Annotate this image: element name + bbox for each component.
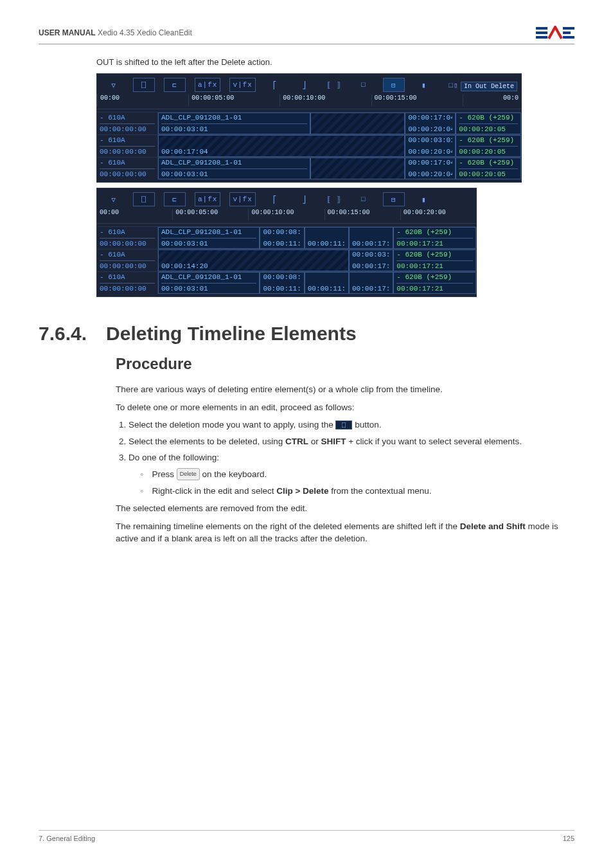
section-number: 7.6.4. — [39, 323, 87, 345]
toolbar-btn[interactable]: ⊏ — [164, 78, 186, 92]
svg-rect-5 — [563, 36, 574, 39]
toolbar-btn[interactable]: ⎦ — [294, 193, 315, 206]
paragraph: The selected elements are removed from t… — [116, 502, 574, 515]
audio-track: - 610A 00:00:00:00 ADL_CLP_091208_1-01 0… — [97, 271, 476, 294]
toolbar-btn[interactable]: ▮ — [414, 193, 434, 206]
clip-segment-out[interactable]: - 620B (+259) 00:00:20:05 — [456, 113, 521, 134]
clip-segment[interactable]: 00:00:17:20 — [349, 272, 393, 294]
svg-rect-0 — [536, 27, 547, 30]
ruler-tick: 00:0 — [463, 95, 521, 106]
section-heading: 7.6.4. Deleting Timeline Elements — [39, 323, 574, 345]
step-item: Do one of the following: Press Delete on… — [129, 451, 574, 497]
gap-segment — [310, 113, 405, 134]
clip-label: - 610A — [100, 251, 155, 258]
clip-segment[interactable]: 00:00:08:17 00:00:11:17 — [260, 227, 304, 249]
toolbar-btn[interactable]: a|fx — [195, 78, 220, 92]
clip-tc: 00:00:00:00 — [100, 262, 155, 270]
product-name: Xedio 4.35 — [98, 28, 134, 37]
clip-label: - 610A — [100, 136, 155, 144]
svg-rect-1 — [536, 32, 547, 34]
ruler-tick: 00:00:05:00 — [188, 95, 280, 106]
toolbar-btn[interactable]: ▽ — [103, 78, 124, 91]
toolbar-btn[interactable]: ⊟ — [383, 192, 405, 206]
clip-segment-out[interactable]: - 620B (+259) 00:00:17:21 — [393, 249, 476, 271]
ruler-tick: 00:00:15:00 — [371, 95, 463, 106]
manual-label: USER MANUAL — [39, 28, 96, 37]
step-item: Select the elements to be deleted, using… — [129, 435, 574, 448]
ruler-tick: 00:00:05:00 — [172, 209, 248, 221]
clip-segment[interactable]: 00:00:03:01 00:00:20:04 — [405, 135, 456, 157]
audio-track: - 610A 00:00:00:00 ADL_CLP_091208_1-01 0… — [97, 157, 521, 179]
page-header: USER MANUAL Xedio 4.35 Xedio CleanEdit — [39, 26, 574, 44]
toolbar-btn[interactable]: ⎡ — [265, 193, 285, 206]
delete-mode-icon[interactable]: ⎕ — [335, 420, 352, 429]
timeline-toolbar: ▽ ⎕ ⊏ a|fx v|fx ⎡ ⎦ ⟦ ⟧ □ ⊟ ▮ □▯ — [97, 74, 521, 93]
ruler-tick: 00:00 — [97, 209, 172, 221]
evs-logo — [536, 26, 574, 40]
sub-step: Press Delete on the keyboard. — [140, 468, 574, 481]
timeline-ruler: 00:00 00:00:05:00 00:00:10:00 00:00:15:0… — [97, 208, 476, 224]
toolbar-btn[interactable]: □ — [353, 193, 374, 206]
ruler-tick: 00:00:10:00 — [248, 209, 324, 221]
timeline-toolbar: ▽ ⎕ ⊏ a|fx v|fx ⎡ ⎦ ⟦ ⟧ □ ⊟ ▮ — [97, 188, 476, 208]
clip-tc: 00:00:00:00 — [100, 240, 155, 248]
clip-segment-out[interactable]: - 620B (+259) 00:00:20:05 — [456, 158, 521, 179]
step-item: Select the deletion mode you want to app… — [129, 419, 574, 431]
footer-page-number: 125 — [563, 835, 574, 842]
toolbar-btn[interactable]: ⟦ ⟧ — [324, 78, 344, 91]
clip-segment[interactable]: 00:00:11:18 — [305, 227, 349, 249]
toolbar-btn[interactable]: ▽ — [103, 193, 124, 206]
clip-segment[interactable]: ADL_CLP_091208_1-01 00:00:03:01 — [158, 272, 260, 294]
header-title: USER MANUAL Xedio 4.35 Xedio CleanEdit — [39, 28, 192, 37]
paragraph: To delete one or more elements in an edi… — [116, 401, 574, 414]
svg-rect-3 — [563, 27, 574, 30]
clip-segment[interactable]: 00:00:11:18 — [305, 272, 349, 294]
toolbar-btn[interactable]: ⎡ — [265, 78, 285, 91]
clip-segment[interactable]: ADL_CLP_091208_1-01 00:00:03:01 — [158, 158, 310, 179]
toolbar-btn[interactable]: ⎕ — [133, 192, 155, 206]
clip-segment[interactable]: 00:00:17:04 00:00:20:04 — [405, 113, 456, 134]
clip-segment-out[interactable]: - 620B (+259) 00:00:17:21 — [393, 227, 476, 249]
paragraph: The remaining timeline elements on the r… — [116, 520, 574, 545]
paragraph: There are various ways of deleting entir… — [116, 383, 574, 396]
toolbar-btn[interactable]: ⎦ — [294, 78, 315, 91]
clip-tc: 00:00:00:00 — [100, 148, 155, 156]
clip-segment[interactable]: 00:00:17:04 00:00:20:04 — [405, 158, 456, 179]
gap-segment: 00:00:14:20 — [158, 249, 349, 271]
tooltip-in-out-delete: In Out Delete — [461, 82, 517, 91]
clip-segment[interactable]: 00:00:17:20 — [349, 227, 393, 249]
clip-segment[interactable]: 00:00:08:17 00:00:11:17 — [260, 272, 304, 294]
timeline-after: ▽ ⎕ ⊏ a|fx v|fx ⎡ ⎦ ⟦ ⟧ □ ⊟ ▮ 00:00 00:0… — [96, 188, 477, 297]
ruler-tick: 00:00 — [97, 95, 188, 106]
clip-tc: 00:00:00:00 — [100, 285, 155, 293]
body-text: There are various ways of deleting entir… — [116, 383, 574, 545]
clip-segment-out[interactable]: - 620B (+259) 00:00:17:21 — [393, 272, 476, 294]
toolbar-btn[interactable]: v|fx — [229, 192, 255, 206]
toolbar-btn[interactable]: ⊏ — [164, 192, 186, 206]
clip-segment[interactable]: ADL_CLP_091208_1-01 00:00:03:01 — [158, 227, 260, 249]
ruler-tick: 00:00:15:00 — [324, 209, 400, 221]
toolbar-btn[interactable]: v|fx — [229, 78, 255, 92]
clip-segment[interactable]: ADL_CLP_091208_1-01 00:00:03:01 — [158, 113, 310, 134]
clip-tc: 00:00:00:00 — [100, 125, 155, 133]
clip-segment-out[interactable]: - 620B (+259) 00:00:20:05 — [456, 135, 521, 157]
audio-track: - 610A 00:00:00:00 00:00:14:20 00:00:03:… — [97, 249, 476, 271]
gap-segment — [310, 158, 405, 179]
toolbar-btn[interactable]: □ — [353, 78, 374, 91]
ruler-tick: 00:00:20:00 — [400, 209, 476, 221]
toolbar-btn[interactable]: ⟦ ⟧ — [324, 193, 344, 206]
section-title: Deleting Timeline Elements — [106, 323, 357, 345]
svg-rect-2 — [536, 36, 547, 39]
sub-step: Right-click in the edit and select Clip … — [140, 485, 574, 498]
clip-label: - 610A — [100, 159, 155, 167]
toolbar-btn[interactable]: ⎕ — [133, 78, 155, 92]
clip-label: - 610A — [100, 228, 155, 236]
clip-label: - 610A — [100, 273, 155, 281]
toolbar-btn[interactable]: ▮ — [414, 78, 434, 91]
clip-segment[interactable]: 00:00:03:01 00:00:17:20 — [349, 249, 393, 271]
clip-label: - 610A — [100, 114, 155, 122]
toolbar-btn[interactable]: a|fx — [195, 192, 220, 206]
page-footer: 7. General Editing 125 — [39, 830, 574, 842]
delete-mode-button[interactable]: ⊟ — [383, 78, 405, 92]
timeline-before: ▽ ⎕ ⊏ a|fx v|fx ⎡ ⎦ ⟦ ⟧ □ ⊟ ▮ □▯ In Out … — [96, 73, 522, 183]
